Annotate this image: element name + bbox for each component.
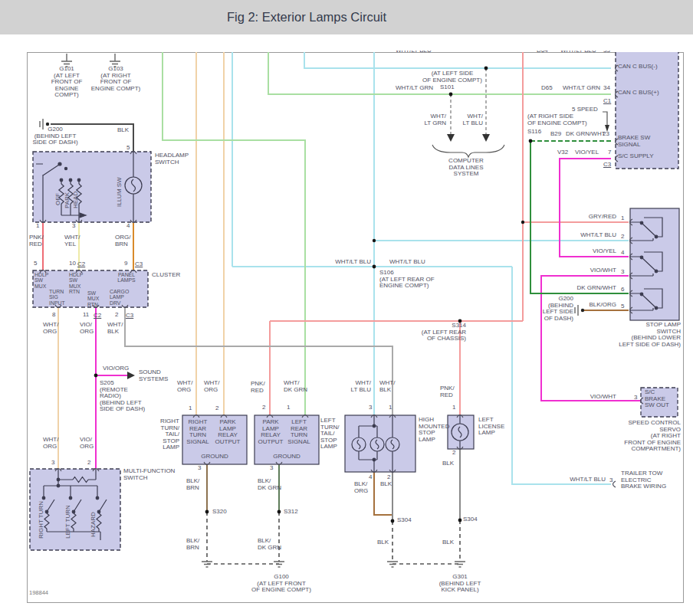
pin-4-headlamp: 4 — [126, 223, 130, 230]
wire-label-vio-wht-servo: VIO/WHT — [573, 394, 616, 401]
wire-label-wht-lt-blu-data: WHT/ LT BLU — [460, 113, 483, 126]
splice-s106 — [373, 265, 376, 269]
sc-brake-sw-out-label: S/C BRAKE SW OUT — [645, 389, 669, 409]
splice-s101 — [449, 93, 453, 97]
cluster-turn-sig-input: TURN SIG INPUT — [49, 289, 65, 306]
computer-brace — [432, 145, 504, 157]
pin-3-hmsl: 3 — [369, 405, 372, 411]
five-speed-pointer — [603, 112, 607, 126]
wire-label-gry-red: GRY/RED — [561, 214, 616, 221]
wire-label-blk-hmsl: BLK — [380, 481, 392, 488]
left-lamp-turn-signal: LEFT REAR TURN SIGNAL — [287, 419, 311, 445]
wire-label-blk-a: BLK — [377, 539, 389, 546]
mfs-hazard: HAZARD — [90, 512, 97, 537]
g301-label: G301 (BEHIND LEFT KICK PANEL) — [426, 574, 494, 594]
pin-8-cluster: 8 — [52, 312, 55, 319]
pcm-brake-sw-signal: BRAKE SW SIGNAL — [618, 135, 650, 148]
connector-c3-pcm: C3 — [603, 162, 611, 169]
hl-contact-1 — [58, 162, 61, 165]
wire-label-pnk-red: PNK/ RED — [29, 234, 44, 247]
pin-1-left-lamp: 1 — [287, 405, 290, 411]
pin-23-pcm: 23 — [603, 131, 609, 138]
wire-label-wht-lt-blu-trailer: WHT/LT BLU — [557, 477, 606, 483]
s205-label: S205 (REMOTE RADIO) (BEHIND LEFT SIDE OF… — [100, 380, 145, 413]
wire-label-wht-lt-grn-data: WHT/ LT GRN — [423, 113, 446, 126]
wire-label-wht-blk: WHT/ BLK — [107, 322, 123, 335]
wire-label-pnk-red-park: PNK/ RED — [251, 381, 265, 394]
s312-label: S312 — [284, 509, 298, 516]
right-lamp-turn-signal: RIGHT REAR TURN SIGNAL — [186, 419, 210, 445]
hl-contact-2 — [64, 167, 67, 169]
speed-control-servo-label: SPEED CONTROL SERVO (AT RIGHT FRONT OF E… — [595, 420, 681, 453]
connector-c3-top: C3 — [135, 261, 143, 268]
wire-label-vio-org-sound: VIO/ORG — [103, 365, 129, 372]
five-speed-label: 5 SPEED — [572, 106, 598, 113]
wire-label-wht-org-a: WHT/ ORG — [43, 322, 58, 335]
pin-5-headlamp: 5 — [126, 145, 130, 152]
mfs-label: MULTI-FUNCTION SWITCH — [123, 468, 175, 481]
mfs-left-turn: LEFT TURN — [65, 505, 72, 539]
wire-label-blk-brn-a: BLK/ BRN — [186, 478, 199, 491]
splice-s205 — [94, 374, 98, 378]
wire-label-wht-lt-grn-bus: WHT/LT GRN — [396, 85, 433, 92]
s304-label-a: S304 — [397, 517, 412, 524]
pin-11-cluster: 11 — [83, 312, 89, 319]
wire-label-org-brn: ORG/ BRN — [115, 234, 130, 247]
wire-label-vio-wht-sls: VIO/WHT — [561, 267, 616, 274]
pin-3-headlamp: 3 — [72, 223, 75, 230]
hl-position-head: HEAD — [73, 192, 80, 208]
arrow-data-grn — [447, 134, 455, 142]
wire-label-dk-grn-wht-a: DK GRN/WHT — [566, 131, 606, 138]
wire-label-wht-lt-blu-s106a: WHT/LT BLU — [328, 259, 371, 266]
cluster-sw-mux-rtn: SW MUX RTN — [87, 290, 99, 307]
pin-2-cluster: 2 — [115, 312, 118, 319]
splice-s320 — [205, 510, 209, 514]
right-lamp-ext-label: RIGHT TURN/ TAIL/ STOP LAMP — [150, 418, 179, 451]
splice-s312 — [278, 510, 281, 514]
left-lamp-ground: GROUND — [255, 454, 318, 460]
computer-data-lines-label: COMPUTER DATA LINES SYSTEM — [437, 158, 495, 178]
pin-2-mfs: 2 — [87, 460, 90, 467]
cluster-hdlp-sw-mux: HDLP SW MUX — [34, 272, 48, 289]
cluster-panel-lamps: PANEL LAMPS — [113, 272, 140, 283]
connector-c1-pcm: C1 — [603, 98, 611, 105]
splice-s116 — [529, 139, 533, 143]
right-lamp-ground: GROUND — [183, 454, 246, 460]
g100-ground-icon-b — [274, 562, 284, 567]
wire-label-wht-lt-blu-s106b: WHT/LT BLU — [389, 259, 425, 266]
s314-label: S314 (AT LEFT REAR OF CHASSIS) — [396, 323, 466, 342]
left-lamp-park-output: PARK LAMP RELAY OUTPUT — [256, 419, 285, 445]
pcm-can-c-bus-minus: CAN C BUS(-) — [618, 64, 658, 70]
wire-label-wht-org-c: WHT/ ORG — [177, 380, 192, 393]
s101-location-label: (AT LEFT SIDE OF ENGINE COMPT) — [419, 70, 486, 84]
ground-wire-layer — [207, 512, 460, 564]
pcm-sc-supply: S/C SUPPLY — [618, 153, 654, 160]
pin-3-mfs: 3 — [51, 460, 54, 467]
s304-label-b: S304 — [463, 516, 478, 523]
splice-s304-a — [391, 519, 395, 523]
pin-5-sls: 5 — [621, 303, 624, 310]
arrow-data-blu — [482, 134, 490, 142]
wire-label-blk-org-hmsl: BLK/ ORG — [354, 481, 368, 494]
pin-7-pcm: 7 — [608, 149, 611, 156]
d65-label: D65 — [541, 85, 553, 92]
pin-6-sls: 6 — [621, 287, 624, 293]
g103-label: G103 (AT RIGHT FRONT OF ENGINE COMPT) — [86, 66, 146, 92]
g200-left-label: G200 (BEHIND LEFT SIDE OF DASH) — [28, 126, 83, 146]
document-number: 198844 — [29, 589, 48, 596]
stop-lamp-switch-box — [630, 208, 679, 320]
wire-label-blk-b: BLK — [442, 539, 454, 546]
s101-label: S101 — [440, 84, 455, 91]
hl-position-park: PARK — [64, 192, 71, 208]
wire-label-wht-lt-blu-sls: WHT/LT BLU — [561, 232, 616, 239]
pin-1-sls: 1 — [621, 215, 624, 222]
cluster-cargo-lamp-drv: CARGO LAMP DRV — [110, 289, 129, 306]
wire-label-wht-org-d: WHT/ ORG — [204, 380, 219, 393]
wire-label-dk-grn-wht-sls: DK GRN/WHT — [561, 285, 616, 292]
pin-3-left-lamp: 3 — [270, 465, 273, 472]
pin-2-right-lamp: 2 — [215, 405, 218, 412]
wire-label-vio-org-b: VIO/ ORG — [80, 437, 94, 450]
pin-1-headlamp: 1 — [36, 223, 39, 230]
g101-label: G101 (AT LEFT FRONT OF ENGINE COMPT) — [44, 66, 89, 99]
s116-location-label: (AT RIGHT SIDE OF ENGINE COMPT) — [527, 113, 587, 126]
